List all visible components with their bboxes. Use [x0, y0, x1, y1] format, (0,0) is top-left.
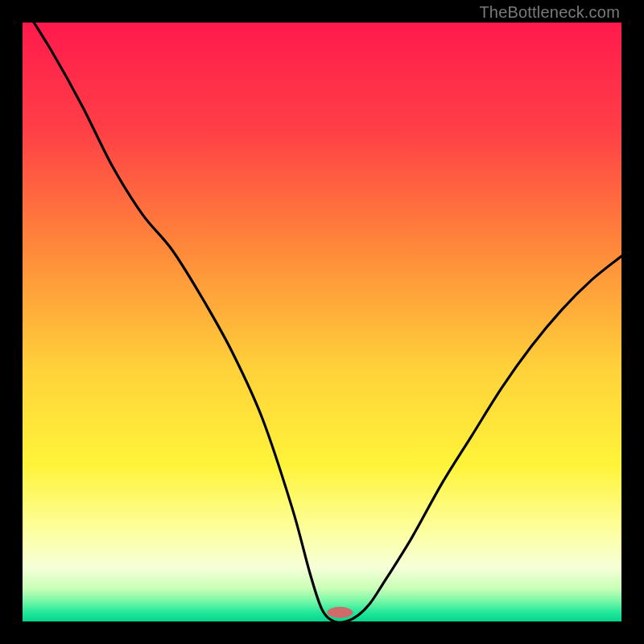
- watermark-text: TheBottleneck.com: [479, 3, 620, 22]
- optimal-marker: [327, 607, 353, 618]
- chart-frame: [23, 23, 621, 621]
- bottleneck-chart: [23, 23, 621, 621]
- chart-background: [23, 23, 621, 621]
